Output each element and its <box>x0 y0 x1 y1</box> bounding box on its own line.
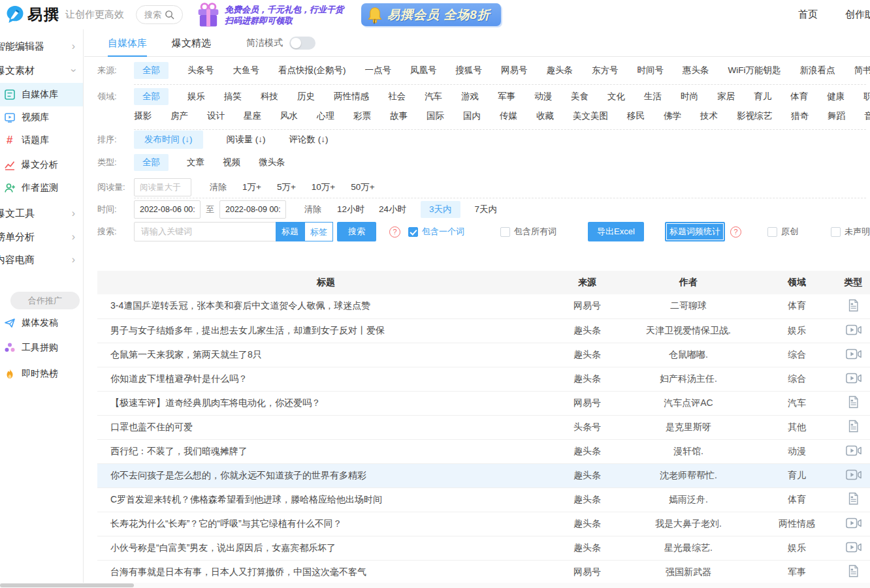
logo-text[interactable]: 易撰 <box>27 5 60 25</box>
search-button[interactable]: 搜索 <box>337 222 376 241</box>
time-preset-option[interactable]: 24小时 <box>379 204 406 215</box>
table-row[interactable]: 3-4遭国乒逆转丢冠，张本美和赛后中文道贺令人敬佩，球迷点赞 网易号 二哥聊球 … <box>97 294 870 318</box>
field-option[interactable]: 收藏 <box>536 110 554 122</box>
sidebar-group-hot-material[interactable]: 爆文素材 › <box>0 59 80 82</box>
sidebar-item-media-publish[interactable]: 媒体发稿 <box>0 311 83 335</box>
time-clear-link[interactable]: 清除 <box>304 204 321 215</box>
sidebar-item-media-library[interactable]: 自媒体库 <box>0 83 83 106</box>
article-title[interactable]: 口罩也盖不住的可爱 <box>97 415 555 439</box>
article-title[interactable]: 你不去问孩子是怎么想的，你就永远不知道孩子的世界有多精彩 <box>97 463 555 487</box>
article-title[interactable]: 西行纪：不装了，我们暗魂摊牌了 <box>97 439 555 463</box>
include-one-word-checkbox[interactable]: 包含一个词 <box>408 226 464 238</box>
article-title[interactable]: 你知道皮下埋植避孕针是什么吗？ <box>97 367 555 391</box>
article-title[interactable]: 3-4遭国乒逆转丢冠，张本美和赛后中文道贺令人敬佩，球迷点赞 <box>97 294 555 318</box>
field-option[interactable]: 摄影 <box>134 110 152 122</box>
type-option[interactable]: 全部 <box>134 154 169 171</box>
source-option[interactable]: 搜狐号 <box>456 65 483 76</box>
time-preset-option[interactable]: 12小时 <box>337 204 364 215</box>
field-option[interactable]: 风水 <box>280 110 298 122</box>
table-row[interactable]: 【极速车评】道奇经典肌肉车将电动化，你还爱吗？ 网易号 汽车点评AC 汽车 <box>97 391 870 415</box>
field-option[interactable]: 美文美图 <box>573 110 608 122</box>
reads-clear-link[interactable]: 清除 <box>210 181 227 193</box>
sort-option[interactable]: 发布时间 (↓) <box>134 131 203 149</box>
source-option[interactable]: 大鱼号 <box>233 65 260 76</box>
field-option[interactable]: 移民 <box>627 110 645 122</box>
sidebar-item-realtime-hot-list[interactable]: 即时热榜 <box>0 362 83 386</box>
table-row[interactable]: 口罩也盖不住的可爱 头条号 是克里斯呀 其他 <box>97 415 870 439</box>
field-option[interactable]: 健康 <box>827 91 845 102</box>
field-option[interactable]: 房产 <box>170 110 188 122</box>
field-option[interactable]: 育儿 <box>754 91 771 102</box>
field-option[interactable]: 娱乐 <box>187 91 205 102</box>
yizhuan-logo-icon[interactable] <box>5 5 25 24</box>
field-option[interactable]: 技术 <box>700 110 718 122</box>
source-option[interactable]: 新浪看点 <box>800 65 835 76</box>
field-option[interactable]: 动漫 <box>534 91 552 102</box>
field-option[interactable]: 历史 <box>297 91 315 102</box>
table-row[interactable]: 西行纪：不装了，我们暗魂摊牌了 趣头条 漫轩馆. 动漫 <box>97 439 870 463</box>
source-option[interactable]: 东方号 <box>592 65 619 76</box>
field-option[interactable]: 传媒 <box>500 110 517 122</box>
field-option[interactable]: 家居 <box>717 91 735 102</box>
type-option[interactable]: 文章 <box>187 157 204 168</box>
source-option[interactable]: 看点快报(企鹅号) <box>278 65 346 76</box>
article-title[interactable]: 台海有事就是日本有事，日本人又打算撤侨，中国这次毫不客气 <box>97 560 555 581</box>
word-frequency-help-icon[interactable]: ? <box>730 226 741 238</box>
article-title[interactable]: 长寿花为什么“长寿”？它的“呼吸”与其它绿植有什么不同？ <box>97 512 555 536</box>
article-title[interactable]: 仓鼠第一天来我家，第两天就生了8只 <box>97 343 555 367</box>
table-row[interactable]: 仓鼠第一天来我家，第两天就生了8只 趣头条 仓鼠嘟嘟. 综合 <box>97 343 870 367</box>
header-search[interactable]: 搜索 <box>136 5 183 24</box>
field-option[interactable]: 生活 <box>644 91 662 102</box>
search-by-title-button[interactable]: 标题 <box>276 222 304 241</box>
table-row[interactable]: 你不去问孩子是怎么想的，你就永远不知道孩子的世界有多精彩 趣头条 沈老师帮帮忙.… <box>97 463 870 487</box>
sidebar-item-topic-library[interactable]: # 话题库 <box>0 129 83 152</box>
article-title[interactable]: 【极速车评】道奇经典肌肉车将电动化，你还爱吗？ <box>97 391 555 415</box>
field-option[interactable]: 职场 <box>863 91 870 102</box>
table-row[interactable]: 小伙号称是“白富美”男友，说出原因后，女嘉宾都乐坏了 趣头条 星光最综艺. 娱乐 <box>97 536 870 560</box>
article-title[interactable]: 小伙号称是“白富美”男友，说出原因后，女嘉宾都乐坏了 <box>97 536 555 560</box>
sidebar-group-hot-tools[interactable]: 爆文工具 › <box>0 202 80 225</box>
time-to-input[interactable] <box>219 200 286 219</box>
reads-option[interactable]: 5万+ <box>277 181 296 193</box>
reads-option[interactable]: 50万+ <box>351 181 374 193</box>
field-option[interactable]: 故事 <box>390 110 408 122</box>
type-option[interactable]: 视频 <box>223 157 240 168</box>
field-option[interactable]: 国际 <box>427 110 444 122</box>
source-option[interactable]: WiFi万能钥匙 <box>728 65 781 76</box>
export-excel-button[interactable]: 导出Excel <box>588 222 644 241</box>
field-option[interactable]: 科技 <box>261 91 278 102</box>
field-option[interactable]: 社会 <box>388 91 406 102</box>
source-option[interactable]: 网易号 <box>501 65 528 76</box>
field-option[interactable]: 彩票 <box>353 110 371 122</box>
table-row[interactable]: 长寿花为什么“长寿”？它的“呼吸”与其它绿植有什么不同？ 趣头条 我是大鼻子老刘… <box>97 512 870 536</box>
keyword-input[interactable]: 请输入关键词 标题 标签 <box>134 222 333 241</box>
field-option[interactable]: 设计 <box>207 110 225 122</box>
field-option[interactable]: 舞蹈 <box>828 110 845 122</box>
field-option[interactable]: 佛学 <box>664 110 681 122</box>
field-option[interactable]: 时尚 <box>681 91 698 102</box>
source-option[interactable]: 时间号 <box>637 65 664 76</box>
field-option[interactable]: 国内 <box>463 110 481 122</box>
source-option[interactable]: 头条号 <box>187 65 214 76</box>
sidebar-group-ranking-analysis[interactable]: 榜单分析 › <box>0 225 80 249</box>
type-option[interactable]: 微头条 <box>259 157 285 168</box>
field-option[interactable]: 军事 <box>498 91 515 102</box>
sidebar-item-video-library[interactable]: 视频库 <box>0 106 83 129</box>
time-preset-option[interactable]: 7天内 <box>475 204 498 215</box>
sort-option[interactable]: 阅读量 (↓) <box>227 134 266 146</box>
field-option[interactable]: 游戏 <box>461 91 479 102</box>
sort-option[interactable]: 评论数 (↓) <box>289 134 329 146</box>
article-title[interactable]: 男子与女子结婚多年，提出想去女儿家生活，却遭到女子反对丨爱保 <box>97 318 555 343</box>
tab-media-library[interactable]: 自媒体库 <box>108 29 147 57</box>
field-option[interactable]: 汽车 <box>425 91 442 102</box>
reads-option[interactable]: 10万+ <box>312 181 335 193</box>
article-title[interactable]: C罗首发迎来转机？佛格森希望看到他进球，滕哈格应给他出场时间 <box>97 487 555 512</box>
field-option[interactable]: 全部 <box>134 88 169 105</box>
field-option[interactable]: 两性情感 <box>334 91 369 102</box>
undeclared-checkbox[interactable]: 未声明 <box>831 226 870 238</box>
table-row[interactable]: C罗首发迎来转机？佛格森希望看到他进球，滕哈格应给他出场时间 趣头条 嫣雨泛舟.… <box>97 487 870 512</box>
sidebar-item-author-monitor[interactable]: 作者监测 <box>0 176 83 200</box>
source-option[interactable]: 简书 <box>854 65 870 76</box>
title-word-frequency-button[interactable]: 标题词频统计 <box>665 222 725 241</box>
source-option[interactable]: 一点号 <box>365 65 392 76</box>
